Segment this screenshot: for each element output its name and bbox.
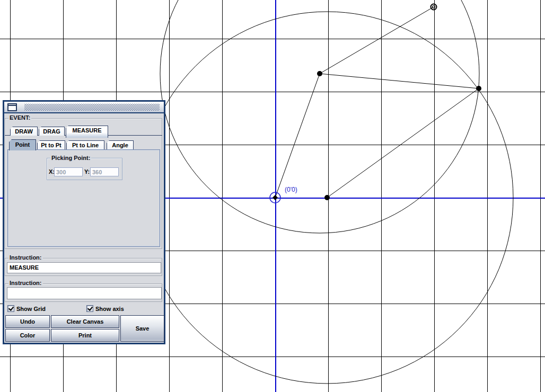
picking-point-label: Picking Point: [50,155,91,161]
y-label: Y: [84,168,90,175]
instruction1-field[interactable]: MEASURE [7,262,161,273]
title-bar-grip-texture [24,104,160,111]
window-title-bar[interactable] [4,102,164,113]
color-button[interactable]: Color [5,329,50,342]
picking-point-group-box: Picking Point: X: Y: [47,158,122,180]
instruction2-field[interactable] [7,287,162,299]
instruction1-label: Instruction: [8,255,43,261]
construction-segment[interactable] [275,74,320,198]
construction-segment[interactable] [320,7,434,74]
event-group-label: EVENT: [8,115,31,121]
point-tab-panel: Picking Point: X: Y: [7,149,160,247]
instruction2-label: Instruction: [8,280,43,286]
x-input[interactable] [54,167,83,176]
subtab-pt-to-line[interactable]: Pt to Line [66,140,104,149]
construction-segment[interactable] [327,88,479,198]
measure-tool-window: EVENT: DRAW DRAG MEASURE Point Pt to Pt … [3,100,165,344]
construction-point[interactable] [324,195,330,200]
show-grid-label: Show Grid [16,306,46,312]
construction-segment[interactable] [320,74,479,88]
clear-canvas-button[interactable]: Clear Canvas [51,315,119,328]
origin-point[interactable] [272,195,278,200]
origin-label: (0'0) [285,186,297,193]
construction-point[interactable] [476,86,481,91]
subtab-angle[interactable]: Angle [107,140,134,149]
undo-button[interactable]: Undo [5,315,50,328]
tab-draw[interactable]: DRAW [10,127,38,136]
show-axis-label: Show axis [95,306,124,312]
checkbox-checked-icon [7,305,14,312]
save-button[interactable]: Save [120,315,164,342]
window-icon [7,103,17,111]
subtab-pt-to-pt[interactable]: Pt to Pt [37,140,65,149]
y-input[interactable] [90,167,119,176]
checkbox-checked-icon [86,305,93,312]
show-grid-checkbox[interactable]: Show Grid [7,305,66,313]
construction-point[interactable] [317,71,322,76]
print-button[interactable]: Print [51,329,119,342]
subtab-point[interactable]: Point [9,139,36,150]
show-axis-checkbox[interactable]: Show axis [86,305,145,313]
tab-drag[interactable]: DRAG [39,127,65,136]
tab-measure[interactable]: MEASURE [66,126,108,138]
